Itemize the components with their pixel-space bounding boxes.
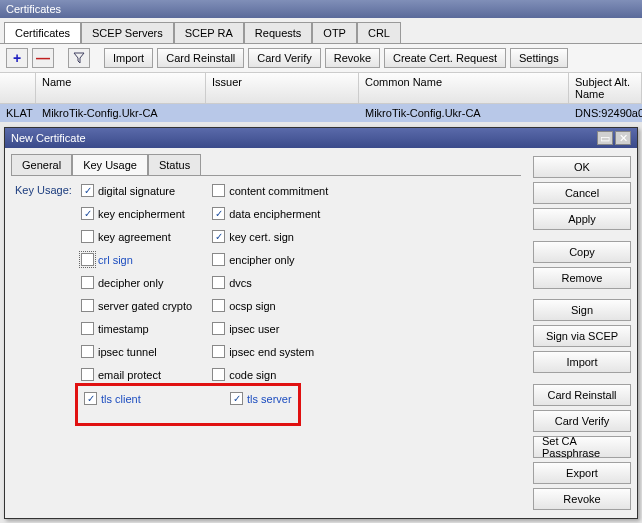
dialog-close-button[interactable]: ✕: [615, 131, 631, 145]
chk-key-cert-sign[interactable]: key cert. sign: [212, 230, 328, 243]
copy-button[interactable]: Copy: [533, 241, 631, 263]
chk-key-encipherment[interactable]: key encipherment: [81, 207, 192, 220]
tab-scep-servers[interactable]: SCEP Servers: [81, 22, 174, 43]
checkbox-icon: [212, 345, 225, 358]
certificates-table: Name Issuer Common Name Subject Alt. Nam…: [0, 73, 642, 122]
card-reinstall-button[interactable]: Card Reinstall: [533, 384, 631, 406]
th-subject-alt-name[interactable]: Subject Alt. Name: [569, 73, 642, 103]
table-row[interactable]: KLAT MikroTik-Config.Ukr-CA MikroTik-Con…: [0, 104, 642, 122]
th-name[interactable]: Name: [36, 73, 206, 103]
checkbox-icon: [212, 207, 225, 220]
export-button[interactable]: Export: [533, 462, 631, 484]
chk-decipher-only[interactable]: decipher only: [81, 276, 192, 289]
key-usage-label: Key Usage:: [15, 184, 81, 196]
close-icon: ✕: [619, 132, 628, 145]
chk-tls-client[interactable]: tls client: [84, 392, 210, 405]
chk-label: encipher only: [229, 254, 294, 266]
chk-label: key cert. sign: [229, 231, 294, 243]
import-button[interactable]: Import: [533, 351, 631, 373]
chk-label: code sign: [229, 369, 276, 381]
th-issuer[interactable]: Issuer: [206, 73, 359, 103]
tab-key-usage[interactable]: Key Usage: [72, 154, 148, 175]
chk-ocsp-sign[interactable]: ocsp sign: [212, 299, 328, 312]
certificates-window: Certificates Certificates SCEP Servers S…: [0, 0, 642, 122]
new-certificate-dialog: New Certificate ▭ ✕ General Key Usage St…: [4, 127, 638, 519]
tab-status[interactable]: Status: [148, 154, 201, 175]
import-button[interactable]: Import: [104, 48, 153, 68]
tab-otp[interactable]: OTP: [312, 22, 357, 43]
chk-ipsec-user[interactable]: ipsec user: [212, 322, 328, 335]
revoke-button[interactable]: Revoke: [533, 488, 631, 510]
apply-button[interactable]: Apply: [533, 208, 631, 230]
chk-label: tls client: [101, 393, 141, 405]
chk-label: key encipherment: [98, 208, 185, 220]
chk-crl-sign[interactable]: crl sign: [81, 253, 192, 266]
filter-button[interactable]: [68, 48, 90, 68]
chk-data-encipherment[interactable]: data encipherment: [212, 207, 328, 220]
chk-key-agreement[interactable]: key agreement: [81, 230, 192, 243]
chk-label: email protect: [98, 369, 161, 381]
tab-general[interactable]: General: [11, 154, 72, 175]
chk-tls-server[interactable]: tls server: [230, 392, 292, 405]
chk-code-sign[interactable]: code sign: [212, 368, 328, 381]
checkbox-icon: [81, 299, 94, 312]
revoke-button[interactable]: Revoke: [325, 48, 380, 68]
tab-certificates[interactable]: Certificates: [4, 22, 81, 43]
window-title: Certificates: [0, 0, 642, 18]
remove-button[interactable]: Remove: [533, 267, 631, 289]
cell-common-name: MikroTik-Config.Ukr-CA: [359, 104, 569, 122]
checkbox-icon: [212, 322, 225, 335]
add-button[interactable]: +: [6, 48, 28, 68]
tab-scep-ra[interactable]: SCEP RA: [174, 22, 244, 43]
cell-marker: KLAT: [0, 104, 36, 122]
chk-server-gated-crypto[interactable]: server gated crypto: [81, 299, 192, 312]
chk-label: data encipherment: [229, 208, 320, 220]
checkbox-icon: [212, 253, 225, 266]
minimize-icon: ▭: [600, 132, 610, 145]
chk-dvcs[interactable]: dvcs: [212, 276, 328, 289]
funnel-icon: [73, 52, 85, 64]
ok-button[interactable]: OK: [533, 156, 631, 178]
dialog-titlebar: New Certificate ▭ ✕: [5, 128, 637, 148]
dialog-content: General Key Usage Status Key Usage: digi…: [5, 148, 527, 518]
set-ca-passphrase-button[interactable]: Set CA Passphrase: [533, 436, 631, 458]
key-usage-col2: content commitmentdata enciphermentkey c…: [212, 184, 328, 381]
chk-ipsec-tunnel[interactable]: ipsec tunnel: [81, 345, 192, 358]
checkbox-icon: [81, 184, 94, 197]
cell-name: MikroTik-Config.Ukr-CA: [36, 104, 206, 122]
chk-timestamp[interactable]: timestamp: [81, 322, 192, 335]
settings-button[interactable]: Settings: [510, 48, 568, 68]
checkbox-icon: [84, 392, 97, 405]
create-cert-request-button[interactable]: Create Cert. Request: [384, 48, 506, 68]
chk-encipher-only[interactable]: encipher only: [212, 253, 328, 266]
chk-content-commitment[interactable]: content commitment: [212, 184, 328, 197]
cell-issuer: [206, 104, 359, 122]
sign-button[interactable]: Sign: [533, 299, 631, 321]
chk-label: dvcs: [229, 277, 252, 289]
tab-crl[interactable]: CRL: [357, 22, 401, 43]
chk-label: ipsec end system: [229, 346, 314, 358]
checkbox-icon: [212, 299, 225, 312]
table-header: Name Issuer Common Name Subject Alt. Nam…: [0, 73, 642, 104]
chk-email-protect[interactable]: email protect: [81, 368, 192, 381]
card-reinstall-button[interactable]: Card Reinstall: [157, 48, 244, 68]
dialog-tabstrip: General Key Usage Status: [11, 154, 521, 176]
chk-label: digital signature: [98, 185, 175, 197]
th-common-name[interactable]: Common Name: [359, 73, 569, 103]
chk-ipsec-end-system[interactable]: ipsec end system: [212, 345, 328, 358]
sign-via-scep-button[interactable]: Sign via SCEP: [533, 325, 631, 347]
dialog-minimize-button[interactable]: ▭: [597, 131, 613, 145]
dialog-title-text: New Certificate: [11, 132, 86, 144]
card-verify-button[interactable]: Card Verify: [248, 48, 320, 68]
chk-label: key agreement: [98, 231, 171, 243]
main-tabstrip: Certificates SCEP Servers SCEP RA Reques…: [0, 18, 642, 44]
remove-button[interactable]: —: [32, 48, 54, 68]
chk-label: crl sign: [98, 254, 133, 266]
chk-digital-signature[interactable]: digital signature: [81, 184, 192, 197]
th-marker[interactable]: [0, 73, 36, 103]
cancel-button[interactable]: Cancel: [533, 182, 631, 204]
checkbox-icon: [81, 322, 94, 335]
chk-label: ipsec tunnel: [98, 346, 157, 358]
card-verify-button[interactable]: Card Verify: [533, 410, 631, 432]
tab-requests[interactable]: Requests: [244, 22, 312, 43]
